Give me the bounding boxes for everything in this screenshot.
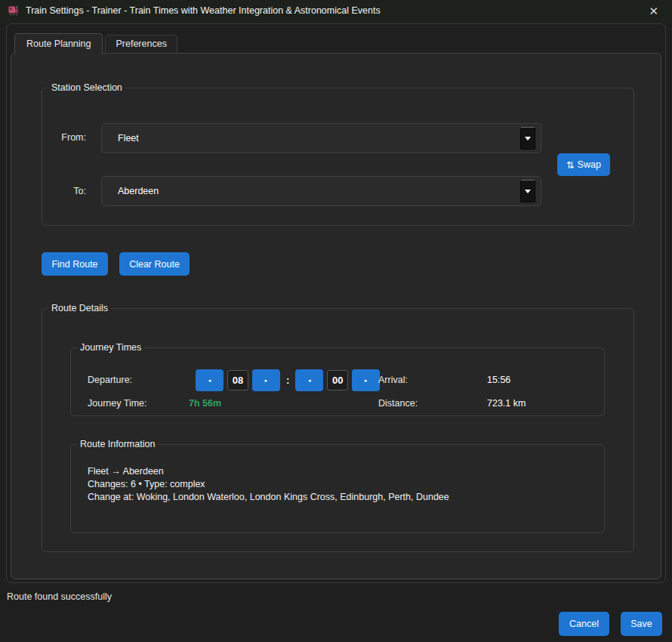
find-route-button[interactable]: Find Route <box>42 252 108 276</box>
route-information-legend: Route Information <box>77 439 158 449</box>
arrival-label: Arrival: <box>378 375 408 385</box>
swap-button-label: Swap <box>578 159 601 170</box>
route-information-text: Fleet → Aberdeen Changes: 6 • Type: comp… <box>88 465 449 504</box>
cancel-button[interactable]: Cancel <box>559 612 609 636</box>
train-icon <box>8 5 20 17</box>
departure-time-spinner: ◄ 08 ► : ◄ 00 ► <box>196 369 380 391</box>
minute-decrement-button[interactable]: ◄ <box>295 369 323 391</box>
title-bar: Train Settings - Trainer - Train Times w… <box>0 0 672 21</box>
time-separator: : <box>286 375 289 386</box>
status-bar-text: Route found successfully <box>7 591 112 602</box>
journey-time-value: 7h 56m <box>189 398 221 409</box>
distance-value: 723.1 km <box>487 398 526 409</box>
journey-times-group: Journey Times Departure: ◄ 08 ► : ◄ 00 ►… <box>70 342 605 416</box>
footer-buttons: Cancel Save <box>559 612 662 636</box>
route-information-group: Route Information Fleet → Aberdeen Chang… <box>70 439 605 533</box>
tab-route-planning[interactable]: Route Planning <box>14 33 103 54</box>
from-station-value: Fleet <box>118 133 139 144</box>
swap-button[interactable]: ⇅ Swap <box>557 153 610 176</box>
from-station-select[interactable]: Fleet <box>101 123 541 153</box>
hour-value-box[interactable]: 08 <box>227 370 248 390</box>
to-station-value: Aberdeen <box>118 186 159 196</box>
to-station-select[interactable]: Aberdeen <box>101 176 541 206</box>
from-label: From: <box>42 132 86 143</box>
tab-page-route-planning: Station Selection From: Fleet To: Aberde… <box>11 53 661 579</box>
journey-times-legend: Journey Times <box>77 342 144 353</box>
route-changes-line: Changes: 6 • Type: complex <box>88 478 449 491</box>
tab-strip: Route Planning Preferences <box>14 32 177 54</box>
route-change-stations-line: Change at: Woking, London Waterloo, Lond… <box>88 491 449 504</box>
arrival-value: 15:56 <box>487 375 510 385</box>
window-title: Train Settings - Trainer - Train Times w… <box>26 5 381 16</box>
chevron-down-icon[interactable] <box>520 127 535 150</box>
swap-arrows-icon: ⇅ <box>566 159 574 171</box>
clear-route-button[interactable]: Clear Route <box>119 252 190 276</box>
distance-label: Distance: <box>378 398 418 409</box>
hour-increment-button[interactable]: ► <box>252 369 280 391</box>
to-label: To: <box>42 186 86 196</box>
route-details-legend: Route Details <box>48 303 111 313</box>
close-icon[interactable]: ✕ <box>643 4 664 18</box>
tab-preferences[interactable]: Preferences <box>105 35 177 54</box>
save-button[interactable]: Save <box>621 612 662 636</box>
minute-increment-button[interactable]: ► <box>352 369 380 391</box>
hour-decrement-button[interactable]: ◄ <box>196 369 223 391</box>
tab-control: Station Selection From: Fleet To: Aberde… <box>6 23 666 583</box>
station-selection-legend: Station Selection <box>48 82 125 93</box>
journey-time-label: Journey Time: <box>88 398 147 409</box>
route-summary-line: Fleet → Aberdeen <box>88 465 449 478</box>
chevron-down-icon[interactable] <box>520 180 535 202</box>
station-selection-group: Station Selection From: Fleet To: Aberde… <box>42 82 634 226</box>
route-details-group: Route Details Journey Times Departure: ◄… <box>42 303 634 552</box>
minute-value-box[interactable]: 00 <box>327 370 348 390</box>
departure-label: Departure: <box>88 375 132 385</box>
